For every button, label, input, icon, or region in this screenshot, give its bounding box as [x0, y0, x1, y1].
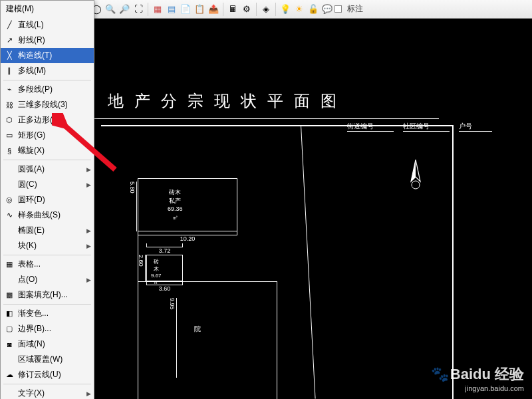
- ray-icon: ↗: [3, 35, 15, 46]
- region-icon: ◙: [3, 339, 15, 350]
- sun-icon[interactable]: ☀: [293, 3, 306, 16]
- spline-icon: ∿: [3, 210, 15, 221]
- blank-icon: [3, 241, 15, 251]
- menu-item-label: 面域(N): [18, 338, 91, 350]
- menu-item-label: 三维多段线(3): [18, 99, 91, 110]
- layers-icon[interactable]: ◈: [259, 3, 273, 16]
- menu-item-label: 块(K): [18, 240, 86, 251]
- menu-item-label: 圆(C): [18, 179, 86, 190]
- submenu-arrow-icon: ▶: [86, 390, 91, 397]
- menu-item-圆c[interactable]: 圆(C)▶: [1, 177, 94, 192]
- menu-item-label: 射线(R): [18, 35, 91, 46]
- menu-item-label: 边界(B)...: [18, 323, 91, 334]
- settings-icon[interactable]: ⚙: [240, 3, 253, 16]
- lock-icon[interactable]: 🔓: [307, 3, 320, 16]
- blank-icon: [3, 275, 15, 285]
- menu-item-圆环d[interactable]: ◎圆环(D): [1, 192, 94, 207]
- grid-icon[interactable]: ▦: [151, 3, 164, 16]
- menu-title[interactable]: 建模(M): [1, 1, 94, 17]
- revcloud-icon: ☁: [3, 370, 15, 380]
- xline-icon: ╳: [3, 51, 15, 61]
- menu-item-label: 点(O): [18, 274, 86, 285]
- bulb-icon[interactable]: 💡: [279, 3, 292, 16]
- helix-icon: §: [3, 146, 15, 156]
- submenu-arrow-icon: ▶: [86, 182, 91, 188]
- menu-item-三维多段线3[interactable]: ⛓三维多段线(3): [1, 97, 94, 112]
- menu-item-label: 表格...: [18, 259, 91, 270]
- annotation-arrow-icon: [52, 113, 118, 173]
- menu-item-label: 多段线(P): [18, 84, 91, 95]
- menu-item-label: 渐变色...: [18, 308, 91, 319]
- menu-item-渐变色[interactable]: ◧渐变色...: [1, 306, 94, 321]
- dim-w3: 3.60: [146, 285, 183, 292]
- menu-item-label: 修订云线(U): [18, 369, 91, 380]
- dim-h2: 2.60: [138, 255, 146, 281]
- rect-icon: ▭: [3, 130, 15, 141]
- export-icon[interactable]: 📤: [207, 3, 220, 16]
- menu-item-块k[interactable]: 块(K)▶: [1, 238, 94, 253]
- boundary-icon: ▢: [3, 324, 15, 334]
- courtyard-label: 院: [194, 325, 201, 334]
- annotation-checkbox[interactable]: [334, 5, 342, 13]
- dim-w2: 3.72: [146, 247, 183, 254]
- menu-item-label: 文字(X): [18, 388, 86, 399]
- drawing-area: 地产分宗现状平面图 街道编号 社区编号 户号 砖木 私产 69.36㎡ 10.2…: [94, 19, 532, 399]
- calc-icon[interactable]: 🖩: [226, 3, 239, 16]
- zoom-out-icon[interactable]: 🔎: [118, 3, 131, 16]
- props-icon[interactable]: 📋: [193, 3, 206, 16]
- menu-item-多段线p[interactable]: ⌁多段线(P): [1, 82, 94, 97]
- menu-item-区域覆盖w[interactable]: 区域覆盖(W): [1, 352, 94, 367]
- menu-item-直线l[interactable]: ╱直线(L): [1, 17, 94, 33]
- hatch-icon: ▩: [3, 290, 15, 301]
- menu-item-label: 椭圆(E): [18, 225, 86, 236]
- blank-icon: [3, 388, 15, 399]
- table-icon: ▦: [3, 259, 15, 270]
- title-underline: [94, 118, 439, 119]
- menu-item-图案填充h[interactable]: ▩图案填充(H)...: [1, 287, 94, 303]
- zoom-in-icon[interactable]: 🔍: [104, 3, 117, 16]
- line-icon: ╱: [3, 20, 15, 31]
- menu-item-label: 图案填充(H)...: [18, 289, 91, 301]
- courtyard: [138, 281, 277, 399]
- menu-item-椭圆e[interactable]: 椭圆(E)▶: [1, 223, 94, 238]
- menu-item-文字x[interactable]: 文字(X)▶: [1, 386, 94, 399]
- pline-icon: ⌁: [3, 84, 15, 95]
- blank-icon: [3, 225, 15, 236]
- menu-item-表格[interactable]: ▦表格...: [1, 257, 94, 272]
- menu-item-label: 构造线(T): [18, 50, 91, 61]
- blank-icon: [3, 164, 15, 175]
- donut-icon: ◎: [3, 195, 15, 205]
- table-icon[interactable]: ▤: [165, 3, 178, 16]
- chat-icon[interactable]: 💬: [321, 3, 334, 16]
- menu-item-多线m[interactable]: ∥多线(M): [1, 63, 94, 78]
- dim-h1: 5.80: [129, 182, 137, 231]
- svg-line-1: [62, 123, 115, 170]
- building-1-label: 砖木 私产 69.36㎡: [168, 188, 183, 221]
- menu-item-样条曲线s[interactable]: ∿样条曲线(S): [1, 207, 94, 223]
- modeling-menu: 建模(M) ╱直线(L)↗射线(R)╳构造线(T)∥多线(M)⌁多段线(P)⛓三…: [0, 0, 94, 399]
- dim-w1: 10.20: [138, 235, 237, 242]
- blank-icon: [3, 354, 15, 365]
- 3dpoly-icon: ⛓: [3, 100, 15, 110]
- menu-item-label: 多线(M): [18, 65, 91, 76]
- menu-item-label: 样条曲线(S): [18, 209, 91, 221]
- submenu-arrow-icon: ▶: [86, 243, 91, 249]
- menu-item-label: 直线(L): [18, 19, 91, 31]
- menu-item-射线r[interactable]: ↗射线(R): [1, 33, 94, 48]
- menu-item-面域n[interactable]: ◙面域(N): [1, 336, 94, 352]
- menu-item-构造线t[interactable]: ╳构造线(T): [1, 48, 94, 63]
- submenu-arrow-icon: ▶: [86, 227, 91, 234]
- polygon-icon: ⬡: [3, 115, 15, 126]
- zoom-extent-icon[interactable]: ⛶: [132, 3, 145, 16]
- annotation-label: 标注: [347, 3, 363, 15]
- drawing-title: 地产分宗现状平面图: [108, 90, 347, 112]
- sheet-icon[interactable]: 📄: [179, 3, 192, 16]
- gradient-icon: ◧: [3, 309, 15, 319]
- submenu-arrow-icon: ▶: [86, 277, 91, 283]
- household-label: 户号: [459, 122, 492, 132]
- menu-item-点o[interactable]: 点(O)▶: [1, 272, 94, 287]
- menu-item-边界b[interactable]: ▢边界(B)...: [1, 321, 94, 336]
- menu-item-修订云线u[interactable]: ☁修订云线(U): [1, 367, 94, 382]
- menu-item-label: 区域覆盖(W): [18, 354, 91, 365]
- menu-item-label: 圆环(D): [18, 194, 91, 205]
